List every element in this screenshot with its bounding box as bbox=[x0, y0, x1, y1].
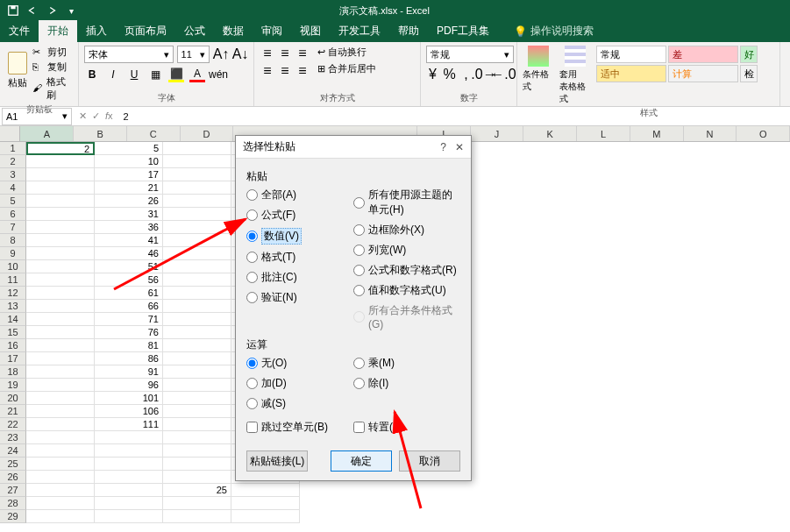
cell-A19[interactable] bbox=[26, 379, 95, 392]
shrink-font-button[interactable]: A↓ bbox=[232, 46, 248, 62]
style-calc[interactable]: 计算 bbox=[668, 65, 738, 82]
ok-button[interactable]: 确定 bbox=[331, 450, 392, 472]
conditional-format-button[interactable]: 条件格式 bbox=[523, 46, 554, 105]
tab-layout[interactable]: 页面布局 bbox=[116, 20, 175, 42]
col-header-A[interactable]: A bbox=[20, 126, 74, 141]
cell-C8[interactable] bbox=[163, 234, 231, 247]
cell-C3[interactable] bbox=[163, 168, 231, 181]
opt-validation[interactable]: 验证(N) bbox=[246, 290, 353, 305]
cell-A21[interactable] bbox=[26, 405, 95, 418]
font-color-button[interactable]: A bbox=[189, 67, 205, 82]
number-format-select[interactable]: 常规▾ bbox=[426, 46, 514, 63]
cell-A15[interactable] bbox=[26, 326, 95, 339]
paste-link-button[interactable]: 粘贴链接(L) bbox=[246, 450, 308, 472]
cell-C4[interactable] bbox=[163, 181, 231, 195]
cell-A20[interactable] bbox=[26, 392, 95, 405]
cell-A23[interactable] bbox=[26, 431, 95, 444]
row-header[interactable]: 18 bbox=[0, 365, 26, 379]
cell-C26[interactable] bbox=[163, 471, 231, 484]
cell-C29[interactable] bbox=[163, 510, 231, 523]
row-header[interactable]: 5 bbox=[0, 195, 26, 208]
row-header[interactable]: 9 bbox=[0, 247, 26, 260]
cell-C5[interactable] bbox=[163, 195, 231, 208]
row-header[interactable]: 1 bbox=[0, 142, 26, 155]
row-header[interactable]: 27 bbox=[0, 484, 26, 497]
underline-button[interactable]: U bbox=[126, 67, 142, 82]
row-header[interactable]: 11 bbox=[0, 273, 26, 287]
row-header[interactable]: 21 bbox=[0, 405, 26, 418]
row-header[interactable]: 16 bbox=[0, 339, 26, 352]
cell-C18[interactable] bbox=[163, 365, 231, 379]
cell-D29[interactable] bbox=[231, 510, 300, 523]
tab-home[interactable]: 开始 bbox=[39, 20, 77, 42]
align-top-right[interactable]: ≡ bbox=[295, 46, 310, 61]
row-header[interactable]: 8 bbox=[0, 234, 26, 247]
align-right[interactable]: ≡ bbox=[295, 63, 310, 79]
cell-A10[interactable] bbox=[26, 260, 95, 273]
cell-B27[interactable] bbox=[95, 484, 163, 497]
tab-file[interactable]: 文件 bbox=[0, 20, 39, 42]
cell-B22[interactable]: 111 bbox=[95, 418, 163, 431]
row-header[interactable]: 28 bbox=[0, 497, 26, 510]
cell-A22[interactable] bbox=[26, 418, 95, 431]
select-all-corner[interactable] bbox=[0, 126, 20, 141]
cell-A2[interactable] bbox=[26, 155, 95, 168]
cell-C22[interactable] bbox=[163, 418, 231, 431]
col-header-D[interactable]: D bbox=[181, 126, 234, 141]
cell-B26[interactable] bbox=[95, 471, 163, 484]
row-header[interactable]: 4 bbox=[0, 181, 26, 195]
grow-font-button[interactable]: A↑ bbox=[213, 46, 229, 62]
cell-A26[interactable] bbox=[26, 471, 95, 484]
cell-C10[interactable] bbox=[163, 260, 231, 273]
format-painter-button[interactable]: 🖌格式刷 bbox=[32, 75, 73, 102]
col-header-O[interactable]: O bbox=[737, 126, 790, 141]
cell-D27[interactable] bbox=[231, 484, 300, 497]
cell-B15[interactable]: 76 bbox=[95, 326, 163, 339]
cell-C14[interactable] bbox=[163, 313, 231, 326]
row-header[interactable]: 29 bbox=[0, 510, 26, 523]
increase-decimal-button[interactable]: .0→ bbox=[476, 67, 492, 82]
row-header[interactable]: 17 bbox=[0, 352, 26, 365]
merge-center-button[interactable]: ⊞合并后居中 bbox=[317, 62, 376, 75]
cell-B21[interactable]: 106 bbox=[95, 405, 163, 418]
col-header-J[interactable]: J bbox=[471, 126, 524, 141]
fill-color-button[interactable]: ⬛ bbox=[168, 67, 184, 82]
cell-A4[interactable] bbox=[26, 181, 95, 195]
cell-A24[interactable] bbox=[26, 444, 95, 458]
fx-icon[interactable]: fx bbox=[105, 110, 113, 122]
row-header[interactable]: 26 bbox=[0, 471, 26, 484]
cell-B16[interactable]: 81 bbox=[95, 339, 163, 352]
opt-formula-num[interactable]: 公式和数字格式(R) bbox=[353, 263, 460, 278]
cell-B20[interactable]: 101 bbox=[95, 392, 163, 405]
help-icon[interactable]: ? bbox=[440, 141, 446, 153]
opt-none[interactable]: 无(O) bbox=[246, 356, 353, 371]
cell-C27[interactable]: 25 bbox=[163, 484, 231, 497]
cell-A18[interactable] bbox=[26, 365, 95, 379]
cell-A13[interactable] bbox=[26, 300, 95, 313]
opt-col-width[interactable]: 列宽(W) bbox=[353, 243, 460, 258]
tab-formulas[interactable]: 公式 bbox=[175, 20, 214, 42]
row-header[interactable]: 10 bbox=[0, 260, 26, 273]
formula-input[interactable]: 2 bbox=[120, 111, 790, 122]
close-icon[interactable]: ✕ bbox=[455, 141, 464, 153]
cell-B18[interactable]: 91 bbox=[95, 365, 163, 379]
align-left[interactable]: ≡ bbox=[260, 63, 275, 79]
cell-B4[interactable]: 21 bbox=[95, 181, 163, 195]
row-header[interactable]: 23 bbox=[0, 431, 26, 444]
paste-button[interactable]: 粘贴 bbox=[5, 46, 29, 89]
cell-B25[interactable] bbox=[95, 458, 163, 471]
cell-B3[interactable]: 17 bbox=[95, 168, 163, 181]
col-header-C[interactable]: C bbox=[127, 126, 181, 141]
opt-all[interactable]: 全部(A) bbox=[246, 188, 353, 202]
col-header-L[interactable]: L bbox=[577, 126, 630, 141]
tell-me-search[interactable]: 💡 操作说明搜索 bbox=[505, 20, 602, 42]
decrease-decimal-button[interactable]: ←.0 bbox=[495, 67, 511, 82]
row-header[interactable]: 7 bbox=[0, 221, 26, 234]
row-header[interactable]: 2 bbox=[0, 155, 26, 168]
cell-A3[interactable] bbox=[26, 168, 95, 181]
cell-C25[interactable] bbox=[163, 458, 231, 471]
opt-values[interactable]: 数值(V) bbox=[246, 228, 353, 245]
cell-B2[interactable]: 10 bbox=[95, 155, 163, 168]
accept-formula-icon[interactable]: ✓ bbox=[92, 110, 100, 122]
cell-C21[interactable] bbox=[163, 405, 231, 418]
